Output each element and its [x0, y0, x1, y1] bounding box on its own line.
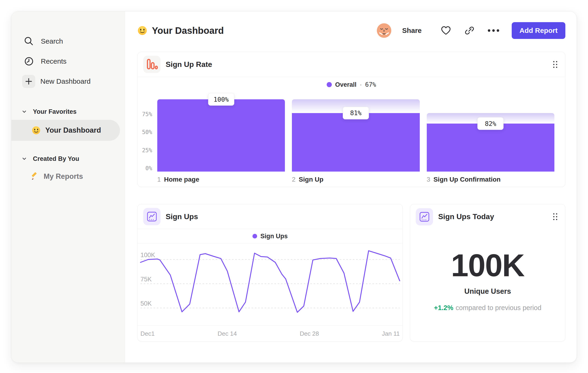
funnel-bar[interactable]: 82% — [427, 99, 554, 171]
funnel-step-label: 2Sign Up — [292, 176, 420, 183]
funnel-bar[interactable]: 81% — [292, 99, 420, 171]
funnel-step-label: 1Home page — [157, 176, 285, 183]
funnel-bar[interactable]: 100% — [157, 99, 285, 171]
sidebar-item-new-dashboard[interactable]: New Dashboard — [11, 71, 125, 91]
svg-text:100K: 100K — [140, 252, 155, 259]
chevron-down-icon — [22, 156, 27, 161]
sidebar-item-recents[interactable]: Recents — [11, 51, 125, 71]
metric-label: Unique Users — [410, 287, 565, 296]
x-axis-label: Dec 14 — [218, 330, 237, 337]
section-title: Created By You — [33, 155, 79, 162]
card-header: Sign Up Rate — [138, 52, 565, 77]
sidebar-section-created-by-you[interactable]: Created By You — [11, 154, 125, 163]
user-avatar[interactable] — [377, 23, 391, 38]
line-legend: Sign Ups — [138, 229, 402, 243]
drag-handle-icon[interactable] — [553, 61, 557, 68]
clock-icon — [24, 56, 34, 67]
line-chart-icon — [416, 208, 433, 225]
metric-delta: +1.2%compared to previous period — [410, 304, 565, 312]
copy-link-icon[interactable] — [465, 26, 474, 35]
funnel-step-label: 3Sign Up Confirmation — [427, 176, 554, 183]
sidebar-item-your-dashboard[interactable]: Your Dashboard — [11, 120, 120, 141]
smiley-emoji-icon — [32, 126, 41, 135]
sidebar-item-label: My Reports — [44, 172, 83, 181]
overall-conversion-value: 67% — [365, 81, 376, 88]
card-title: Sign Up Rate — [166, 60, 212, 69]
card-title: Sign Ups — [166, 212, 198, 221]
funnel-plot: 75%50%25%0% 100%81%82% — [138, 92, 565, 171]
sign-ups-today-card: Sign Ups Today 100K Unique Users +1.2%co… — [410, 204, 565, 342]
search-icon — [24, 36, 34, 47]
section-title: Your Favorites — [33, 108, 76, 115]
app-window: Search Recents New Dashboard Your Favori… — [11, 11, 577, 363]
sign-ups-card: Sign Ups Sign Ups 100K75K50K Dec1Dec 14D… — [137, 204, 403, 342]
plus-icon — [22, 75, 35, 88]
favorite-heart-icon[interactable] — [441, 26, 451, 35]
add-report-button[interactable]: Add Report — [512, 22, 565, 39]
smiley-emoji-icon — [137, 26, 147, 35]
sidebar: Search Recents New Dashboard Your Favori… — [11, 11, 125, 363]
sidebar-item-my-reports[interactable]: My Reports — [11, 168, 125, 185]
chevron-down-icon — [22, 109, 27, 114]
funnel-y-axis: 75%50%25%0% — [138, 99, 152, 171]
x-axis-label: Dec 28 — [300, 330, 319, 337]
sign-up-rate-card: Sign Up Rate Overall · 67% 75%50%25%0% 1… — [137, 52, 565, 187]
funnel-chart-icon — [143, 56, 160, 73]
sidebar-item-label: New Dashboard — [40, 77, 91, 85]
conversion-tooltip: 82% — [477, 117, 504, 130]
delta-value: +1.2% — [434, 304, 453, 312]
sidebar-item-label: Search — [41, 37, 63, 45]
conversion-tooltip: 81% — [343, 107, 369, 119]
share-button[interactable]: Share — [402, 27, 422, 34]
line-x-axis: Dec1Dec 14Dec 28Jan 11 — [138, 325, 402, 342]
sidebar-item-search[interactable]: Search — [11, 31, 125, 51]
funnel-bars: 100%81%82% — [157, 99, 554, 171]
svg-text:75K: 75K — [140, 276, 152, 283]
funnel-legend: Overall · 67% — [138, 77, 565, 92]
drag-handle-icon[interactable] — [553, 213, 557, 220]
legend-dot — [252, 234, 257, 239]
card-title: Sign Ups Today — [438, 212, 494, 221]
dashboard-header: Your Dashboard Share Add Report — [137, 22, 565, 40]
sidebar-item-label: Recents — [41, 57, 66, 65]
card-header: Sign Ups Today — [410, 204, 565, 229]
conversion-tooltip: 100% — [208, 93, 234, 106]
pencil-emoji-icon — [31, 172, 39, 181]
more-options-icon[interactable] — [487, 29, 500, 32]
sidebar-item-label: Your Dashboard — [45, 126, 101, 134]
svg-text:50K: 50K — [140, 300, 152, 307]
metric-value: 100K — [410, 250, 565, 281]
legend-dot — [327, 82, 332, 87]
page-title: Your Dashboard — [137, 25, 224, 36]
main-content: Your Dashboard Share Add Report Sign Up … — [125, 11, 577, 363]
sidebar-section-your-favorites[interactable]: Your Favorites — [11, 107, 125, 116]
funnel-step-labels: 1Home page2Sign Up3Sign Up Confirmation — [138, 171, 565, 183]
x-axis-label: Dec1 — [140, 330, 155, 337]
line-chart-icon — [143, 208, 160, 225]
x-axis-label: Jan 11 — [382, 330, 400, 337]
line-plot: 100K75K50K — [138, 243, 402, 325]
card-header: Sign Ups — [138, 204, 402, 229]
